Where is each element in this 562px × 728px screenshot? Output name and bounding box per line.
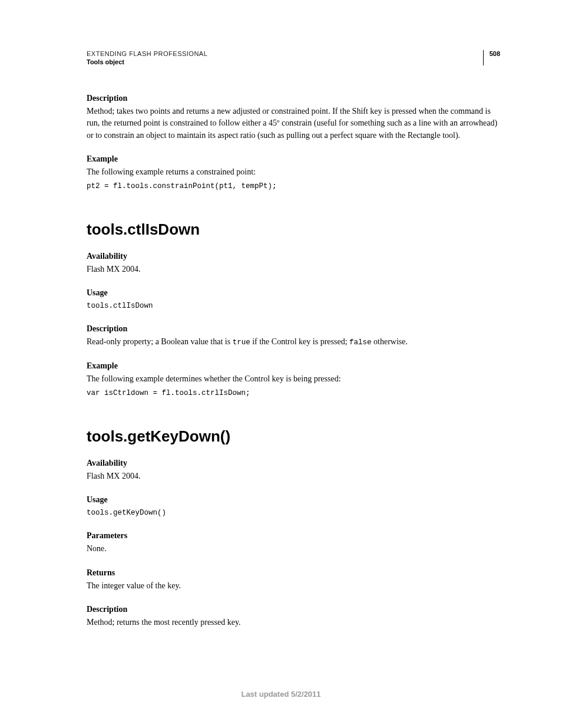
example-label: Example bbox=[87, 361, 500, 371]
desc-pre: Read-only property; a Boolean value that… bbox=[87, 337, 233, 346]
heading-ctlisdown: tools.ctlIsDown bbox=[87, 220, 500, 239]
example-code: pt2 = fl.tools.constrainPoint(pt1, tempP… bbox=[87, 182, 500, 192]
section-ctlisdown: tools.ctlIsDown Availability Flash MX 20… bbox=[87, 220, 500, 399]
description-label: Description bbox=[87, 324, 500, 334]
returns-text: The integer value of the key. bbox=[87, 580, 500, 592]
description-label: Description bbox=[87, 94, 500, 103]
parameters-label: Parameters bbox=[87, 531, 500, 541]
availability-text: Flash MX 2004. bbox=[87, 263, 500, 275]
availability-text: Flash MX 2004. bbox=[87, 470, 500, 482]
page-number-wrap: 508 bbox=[483, 50, 500, 65]
example-label: Example bbox=[87, 154, 500, 164]
heading-getkeydown: tools.getKeyDown() bbox=[87, 427, 500, 446]
page-header: EXTENDING FLASH PROFESSIONAL Tools objec… bbox=[87, 50, 500, 65]
header-subtitle: Tools object bbox=[87, 58, 207, 65]
description-label: Description bbox=[87, 605, 500, 614]
example-text: The following example determines whether… bbox=[87, 373, 500, 385]
description-text: Method; returns the most recently presse… bbox=[87, 617, 500, 628]
header-title: EXTENDING FLASH PROFESSIONAL bbox=[87, 50, 207, 57]
code-true: true bbox=[233, 338, 250, 347]
usage-label: Usage bbox=[87, 495, 500, 505]
page: EXTENDING FLASH PROFESSIONAL Tools objec… bbox=[0, 0, 562, 728]
example-text: The following example returns a constrai… bbox=[87, 166, 500, 178]
description-text: Method; takes two points and returns a n… bbox=[87, 106, 500, 141]
usage-code: tools.ctlIsDown bbox=[87, 301, 500, 312]
usage-label: Usage bbox=[87, 288, 500, 298]
usage-code: tools.getKeyDown() bbox=[87, 508, 500, 519]
availability-label: Availability bbox=[87, 459, 500, 468]
desc-post: otherwise. bbox=[372, 337, 408, 346]
code-false: false bbox=[349, 338, 372, 347]
header-left: EXTENDING FLASH PROFESSIONAL Tools objec… bbox=[87, 50, 207, 65]
section-getkeydown: tools.getKeyDown() Availability Flash MX… bbox=[87, 427, 500, 629]
returns-label: Returns bbox=[87, 568, 500, 578]
page-number: 508 bbox=[490, 50, 500, 57]
footer: Last updated 5/2/2011 bbox=[0, 690, 562, 699]
description-text: Read-only property; a Boolean value that… bbox=[87, 336, 500, 348]
availability-label: Availability bbox=[87, 252, 500, 261]
desc-mid: if the Control key is pressed; bbox=[250, 337, 349, 346]
section-constrainpoint: Description Method; takes two points and… bbox=[87, 94, 500, 192]
example-code: var isCtrldown = fl.tools.ctrlIsDown; bbox=[87, 388, 500, 399]
last-updated: Last updated 5/2/2011 bbox=[241, 690, 320, 699]
parameters-text: None. bbox=[87, 543, 500, 555]
